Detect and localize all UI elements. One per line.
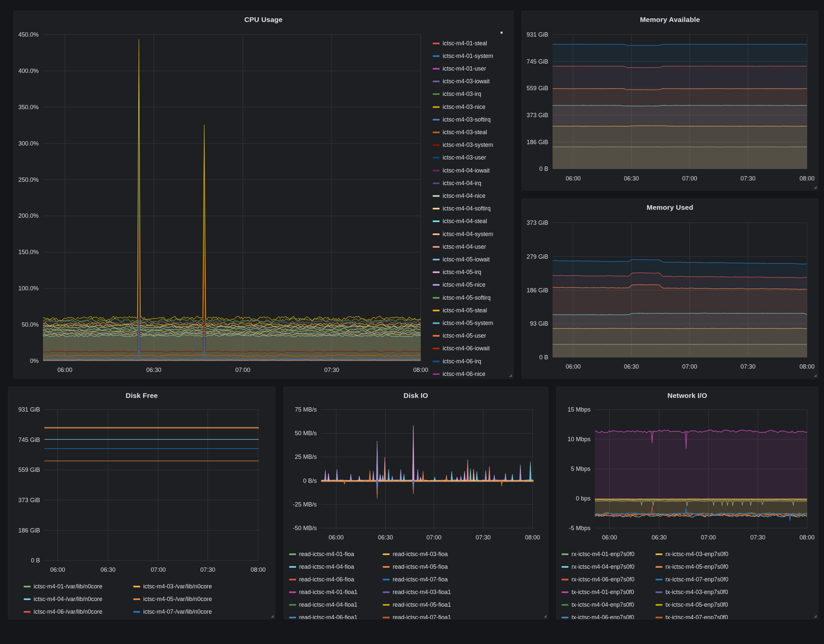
legend-item[interactable]: read-ictsc-m4-01-fioa1 [289,589,357,596]
legend-series-label: read-ictsc-m4-06-fioa [299,576,354,583]
legend-item[interactable]: read-ictsc-m4-06-fioa1 [289,614,357,619]
legend-color-swatch [433,361,440,362]
legend-item[interactable]: ictsc-m4-04-system [433,231,493,238]
panel-title-memory-used[interactable]: Memory Used [522,199,818,211]
legend-item[interactable]: tx-ictsc-m4-04-enp7s0f0 [561,601,634,609]
legend-item[interactable]: ictsc-m4-04-softirq [433,205,490,212]
legend-item[interactable]: ictsc-m4-05-softirq [433,294,490,301]
legend-item[interactable]: ictsc-m4-05-user [433,332,486,340]
legend-item[interactable]: ictsc-m4-04-user [433,243,486,251]
y-axis-tick-label: 559 GiB [527,85,548,92]
legend-item[interactable]: ictsc-m4-05-iowait [433,256,490,263]
legend-item[interactable]: rx-ictsc-m4-04-enp7s0f0 [561,563,635,570]
legend-item[interactable]: ictsc-m4-04-steal [433,218,487,225]
x-axis-tick-label: 07:30 [740,363,755,370]
legend-series-label: read-ictsc-m4-07-fioa [393,576,447,583]
legend-item[interactable]: ictsc-m4-03-softirq [433,116,490,123]
legend-item[interactable]: tx-ictsc-m4-06-enp7s0f0 [561,614,634,619]
legend-item[interactable]: ictsc-m4-03-/var/lib/n0core [133,583,212,590]
panel-title-disk-free[interactable]: Disk Free [8,387,275,400]
legend-color-swatch [433,220,440,222]
legend-item[interactable]: read-ictsc-m4-05-fioa [383,563,447,570]
legend-item[interactable]: rx-ictsc-m4-03-enp7s0f0 [655,550,729,558]
x-axis-tick-label: 06:00 [57,367,72,373]
panel-title-cpu-usage[interactable]: CPU Usage [14,11,513,24]
legend-item[interactable]: ictsc-m4-03-user [433,154,486,161]
legend-item[interactable]: ictsc-m4-03-system [433,141,493,149]
panel-resize-handle[interactable] [814,374,817,377]
panel-title-memory-available[interactable]: Memory Available [522,11,818,24]
legend-item[interactable]: rx-ictsc-m4-01-enp7s0f0 [561,550,635,558]
series-fill [553,44,807,169]
legend-color-swatch [433,81,440,82]
legend-item[interactable]: read-ictsc-m4-03-fioa [383,550,447,558]
panel-resize-handle[interactable] [814,615,817,618]
legend-item[interactable]: ictsc-m4-01-steal [433,40,487,47]
legend-item[interactable]: ictsc-m4-04-iowait [433,167,490,174]
legend-color-swatch [133,611,140,613]
legend-item[interactable]: ictsc-m4-01-/var/lib/n0core [24,583,102,590]
legend-item[interactable]: tx-ictsc-m4-03-enp7s0f0 [655,589,728,596]
panel-title-network-io[interactable]: Network I/O [557,387,818,400]
legend-item[interactable]: rx-ictsc-m4-05-enp7s0f0 [655,563,729,570]
legend-item[interactable]: ictsc-m4-06-iowait [433,345,490,352]
legend-color-swatch [383,604,390,606]
legend-item[interactable]: ictsc-m4-03-steal [433,129,487,136]
legend-item[interactable]: ictsc-m4-05-/var/lib/n0core [133,595,212,603]
io-spike [434,477,436,481]
legend-item[interactable]: ictsc-m4-05-nice [433,281,485,289]
legend-item[interactable]: ictsc-m4-05-system [433,319,493,327]
x-axis-tick-label: 07:30 [324,367,339,373]
legend-item[interactable]: ictsc-m4-03-iowait [433,78,490,85]
legend-item[interactable]: tx-ictsc-m4-07-enp7s0f0 [655,614,728,619]
io-spike [379,474,381,481]
legend-series-label: read-ictsc-m4-05-fioa1 [393,601,451,609]
panel-title-disk-io[interactable]: Disk IO [284,387,548,400]
legend-series-label: rx-ictsc-m4-06-enp7s0f0 [572,576,635,583]
legend-color-swatch [655,566,663,568]
legend-item[interactable]: ictsc-m4-06-/var/lib/n0core [24,608,102,615]
legend-item[interactable]: ictsc-m4-05-steal [433,307,487,314]
legend-item[interactable]: ictsc-m4-01-user [433,65,486,72]
io-spike [382,475,383,481]
x-axis-tick-label: 08:00 [525,534,540,541]
legend-item[interactable]: read-ictsc-m4-07-fioa [383,576,447,583]
legend-item[interactable]: read-ictsc-m4-01-fioa [289,550,354,558]
legend-item[interactable]: ictsc-m4-01-system [433,52,493,60]
x-axis-tick-label: 07:00 [682,363,697,370]
legend-item[interactable]: tx-ictsc-m4-05-enp7s0f0 [655,601,728,609]
legend-item[interactable]: ictsc-m4-05-irq [433,269,481,276]
legend-item[interactable]: ictsc-m4-07-/var/lib/n0core [133,608,212,615]
legend-item[interactable]: read-ictsc-m4-05-fioa1 [383,601,451,609]
legend-series-label: tx-ictsc-m4-01-enp7s0f0 [572,589,634,596]
legend-item[interactable]: rx-ictsc-m4-07-enp7s0f0 [655,576,729,583]
legend-item[interactable]: tx-ictsc-m4-01-enp7s0f0 [561,589,634,596]
legend-item[interactable]: read-ictsc-m4-03-fioa1 [383,589,451,596]
series-fill [43,39,421,361]
panel-resize-handle[interactable] [509,374,512,377]
legend-series-label: ictsc-m4-03-irq [443,91,481,98]
panel-resize-handle[interactable] [544,615,547,618]
legend-item[interactable]: ictsc-m4-06-nice [433,370,485,378]
legend-item[interactable]: ictsc-m4-04-nice [433,192,485,200]
legend-item[interactable]: read-ictsc-m4-06-fioa [289,576,354,583]
legend-item[interactable]: ictsc-m4-03-nice [433,103,485,111]
legend-item[interactable]: ictsc-m4-03-irq [433,91,481,98]
legend-item[interactable]: ictsc-m4-04-irq [433,180,481,187]
legend-color-swatch [383,579,390,580]
legend-item[interactable]: read-ictsc-m4-04-fioa1 [289,601,357,609]
legend-item[interactable]: ictsc-m4-06-irq [433,358,481,365]
legend-color-swatch [433,157,440,158]
legend-item[interactable]: ictsc-m4-04-/var/lib/n0core [24,595,102,603]
legend-item[interactable]: rx-ictsc-m4-06-enp7s0f0 [561,576,635,583]
panel-resize-handle[interactable] [814,186,817,189]
legend-series-label: ictsc-m4-05-nice [443,281,485,288]
panel-resize-handle[interactable] [271,615,274,618]
series-line [43,52,421,330]
legend-color-swatch [433,259,440,260]
legend-color-swatch [655,592,663,593]
legend-item[interactable]: read-ictsc-m4-07-fioa1 [383,614,451,619]
io-spike [328,473,329,481]
legend-item[interactable]: read-ictsc-m4-04-fioa [289,563,354,570]
io-spike [501,481,503,487]
